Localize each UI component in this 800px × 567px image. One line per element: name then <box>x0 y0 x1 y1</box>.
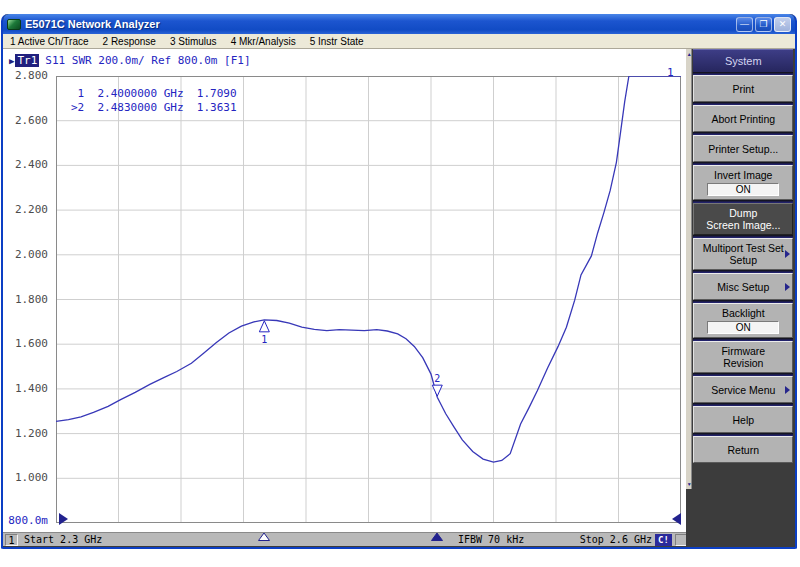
marker-2-stimulus-handle-icon[interactable] <box>431 526 443 545</box>
marker-readout: 1 2.4000000 GHz 1.7090>2 2.4830000 GHz 1… <box>71 87 237 115</box>
trace-id-chip: Tr1 <box>15 54 39 67</box>
y-tick-label: 2.800 <box>3 69 48 82</box>
y-tick-label: 2.400 <box>3 158 48 171</box>
softkey-label: Printer Setup... <box>708 143 778 155</box>
ifbw-readout: IFBW 70 kHz <box>458 534 524 545</box>
app-window: E5071C Network Analyzer — ❐ ✕ 1 Active C… <box>1 14 797 549</box>
softkey-label: Service Menu <box>711 384 775 396</box>
marker-readout-row: 1 2.4000000 GHz 1.7090 <box>71 87 237 101</box>
marker-2-icon[interactable] <box>432 385 442 396</box>
calibration-badge: C! <box>655 534 672 546</box>
scroll-down-icon[interactable]: ▼ <box>686 481 692 487</box>
softkey-firmware-revision[interactable]: Firmware Revision <box>693 341 793 373</box>
scroll-up-icon[interactable]: ▲ <box>686 51 692 57</box>
y-tick-label: 1.000 <box>3 471 48 484</box>
softkey-label: Misc Setup <box>717 281 769 293</box>
y-tick-label: 1.800 <box>3 293 48 306</box>
softkey-backlight[interactable]: BacklightON <box>693 303 793 338</box>
softkey-menu: System PrintAbort PrintingPrinter Setup.… <box>693 49 793 463</box>
softkey-state-indicator: ON <box>707 321 779 334</box>
reference-level-arrow-left-icon[interactable] <box>59 513 68 525</box>
y-tick-label: 2.200 <box>3 203 48 216</box>
softkey-label: Print <box>732 83 754 95</box>
softkey-multiport-test-set-setup[interactable]: Multiport Test Set Setup <box>693 238 793 270</box>
channel-number: 1 <box>5 534 18 546</box>
softkey-scrollbar[interactable]: ▲ ▼ <box>686 49 692 489</box>
y-tick-label: 1.600 <box>3 337 48 350</box>
minimize-button[interactable]: — <box>736 17 753 32</box>
submenu-arrow-icon <box>785 386 790 394</box>
y-tick-label: 1.200 <box>3 427 48 440</box>
instrument-screen: ▶ Tr1 S11 SWR 200.0m/ Ref 800.0m [F1] 2.… <box>3 49 686 532</box>
softkey-label: Dump Screen Image... <box>706 207 780 231</box>
menu-item-3[interactable]: 3 Stimulus <box>163 36 224 47</box>
submenu-arrow-icon <box>785 283 790 291</box>
channel-status-bar: 1 Start 2.3 GHz IFBW 70 kHz Stop 2.6 GHz… <box>3 532 690 546</box>
softkey-label: Firmware Revision <box>721 345 765 369</box>
menu-item-5[interactable]: 5 Instr State <box>303 36 371 47</box>
marker-2-number: 2 <box>434 373 440 384</box>
softkey-menu-title: System <box>693 49 793 72</box>
softkey-label: Multiport Test Set Setup <box>703 242 784 266</box>
marker-1-icon[interactable] <box>259 321 269 332</box>
menu-item-4[interactable]: 4 Mkr/Analysis <box>224 36 303 47</box>
softkey-return[interactable]: Return <box>693 436 793 463</box>
softkey-label: Return <box>728 444 760 456</box>
main-content: ▶ Tr1 S11 SWR 200.0m/ Ref 800.0m [F1] 2.… <box>3 49 795 546</box>
softkey-label: Invert Image <box>714 169 772 181</box>
softkey-label: Backlight <box>722 307 765 319</box>
softkey-label: Help <box>732 414 754 426</box>
softkey-state-indicator: ON <box>707 183 779 196</box>
close-button[interactable]: ✕ <box>774 17 791 32</box>
trace-descriptor: S11 SWR 200.0m/ Ref 800.0m [F1] <box>45 54 250 67</box>
marker-1-number: 1 <box>261 334 267 345</box>
softkey-abort-printing[interactable]: Abort Printing <box>693 105 793 132</box>
submenu-arrow-icon <box>785 250 790 258</box>
softkey-print[interactable]: Print <box>693 75 793 102</box>
softkey-invert-image[interactable]: Invert ImageON <box>693 165 793 200</box>
softkey-service-menu[interactable]: Service Menu <box>693 376 793 403</box>
window-title: E5071C Network Analyzer <box>25 18 734 30</box>
trace-number-label: 1 <box>667 66 674 79</box>
softkey-label: Abort Printing <box>711 113 775 125</box>
desktop-background: E5071C Network Analyzer — ❐ ✕ 1 Active C… <box>0 0 800 567</box>
y-tick-label: 1.400 <box>3 382 48 395</box>
menu-item-1[interactable]: 1 Active Ch/Trace <box>3 36 96 47</box>
swr-plot[interactable]: 12 <box>56 76 681 523</box>
app-icon <box>7 19 21 30</box>
y-axis-labels: 2.8002.6002.4002.2002.0001.8001.6001.400… <box>3 76 51 536</box>
trace-status-line[interactable]: ▶ Tr1 S11 SWR 200.0m/ Ref 800.0m [F1] <box>9 54 251 67</box>
title-bar[interactable]: E5071C Network Analyzer — ❐ ✕ <box>3 14 795 34</box>
y-tick-label: 2.600 <box>3 114 48 127</box>
marker-readout-row: >2 2.4830000 GHz 1.3631 <box>71 101 237 115</box>
softkey-sidebar: ▲ ▼ System PrintAbort PrintingPrinter Se… <box>686 49 795 546</box>
softkey-help[interactable]: Help <box>693 406 793 433</box>
reference-level-label: 800.0m <box>3 514 48 527</box>
softkey-misc-setup[interactable]: Misc Setup <box>693 273 793 300</box>
softkey-printer-setup[interactable]: Printer Setup... <box>693 135 793 162</box>
active-trace-arrow-icon: ▶ <box>9 56 14 66</box>
reference-level-arrow-right-icon[interactable] <box>672 513 681 525</box>
y-tick-label: 2.000 <box>3 248 48 261</box>
menu-bar: 1 Active Ch/Trace2 Response3 Stimulus4 M… <box>3 34 795 49</box>
menu-item-2[interactable]: 2 Response <box>96 36 163 47</box>
softkey-dump-screen-image[interactable]: Dump Screen Image... <box>693 203 793 235</box>
marker-1-stimulus-handle-icon[interactable] <box>258 526 270 545</box>
restore-button[interactable]: ❐ <box>755 17 772 32</box>
stop-frequency: Stop 2.6 GHz <box>580 534 652 545</box>
start-frequency: Start 2.3 GHz <box>24 534 102 545</box>
